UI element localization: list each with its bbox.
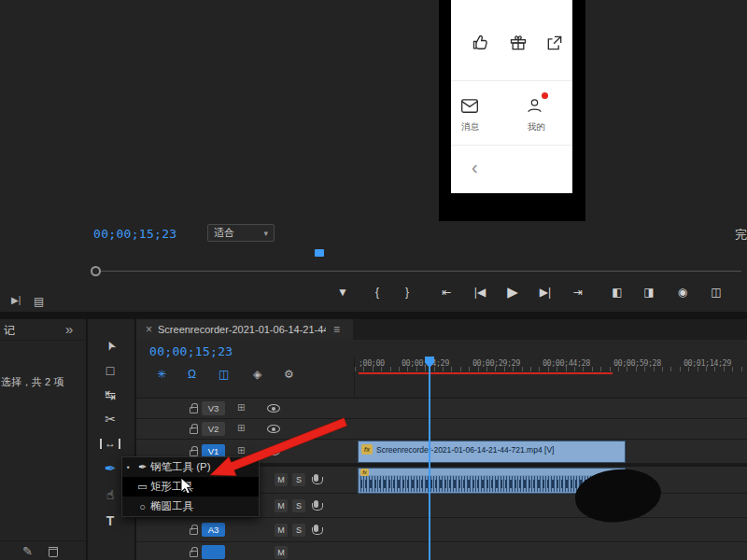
selection-tool[interactable]: ➤: [93, 334, 127, 357]
ellipse-icon: ○: [134, 501, 150, 512]
voiceover-record-icon[interactable]: [314, 474, 318, 482]
mute-button[interactable]: M: [275, 499, 288, 512]
monitor-zoom-handle[interactable]: [91, 266, 101, 276]
solo-button[interactable]: S: [292, 473, 305, 486]
track-name-a3[interactable]: A3: [202, 523, 225, 537]
timeline-video-clip[interactable]: fx Screenrecorder-2021-01-06-14-21-44-72…: [358, 441, 626, 463]
selected-mark: ▪: [122, 463, 134, 471]
lock-icon[interactable]: [190, 450, 198, 456]
notification-badge: [542, 92, 548, 99]
clipped-right-label: 完: [735, 227, 747, 244]
track-name-master[interactable]: [202, 545, 225, 559]
voiceover-record-icon[interactable]: [314, 500, 318, 508]
menu-item-label: 钢笔工具 (P): [150, 460, 211, 474]
panel-menu-icon[interactable]: ≡: [333, 323, 340, 336]
fx-badge: fx: [361, 444, 373, 455]
divider: [0, 340, 86, 341]
sync-lock-icon[interactable]: ⊞: [237, 445, 245, 455]
track-row-master: M: [136, 542, 747, 560]
sequence-tab[interactable]: × Screenrecorder-2021-01-06-14-21-44-721…: [136, 319, 353, 340]
program-preview-video: 消息 我的 ‹: [439, 0, 585, 221]
message-label: 消息: [461, 121, 479, 133]
nest-indicator-icon[interactable]: ◫: [218, 368, 229, 381]
monitor-playhead-marker[interactable]: [315, 249, 324, 257]
snap-icon[interactable]: ✳: [157, 368, 166, 381]
timeline-settings-icon[interactable]: ⚙: [284, 368, 294, 381]
profile-label: 我的: [528, 121, 545, 133]
track-row-v2: V2 ⊞: [136, 419, 747, 440]
extract-button[interactable]: ◨: [639, 283, 659, 301]
lock-icon[interactable]: [190, 528, 198, 535]
zoom-level-value: 适合: [214, 226, 234, 240]
selection-arrow-icon: ➤: [102, 338, 119, 353]
mute-button[interactable]: M: [275, 473, 288, 486]
marker-icon[interactable]: ◈: [253, 368, 261, 381]
menu-item-pen-tool[interactable]: ▪ ✒ 钢笔工具 (P): [122, 457, 259, 477]
toggle-track-output-icon[interactable]: [267, 447, 280, 455]
ripple-edit-tool[interactable]: ↹: [93, 384, 127, 406]
rectangle-icon: ▭: [134, 481, 150, 493]
menu-item-rectangle-tool[interactable]: ▭ 矩形工具: [122, 477, 259, 497]
add-marker-button[interactable]: ▼: [332, 283, 353, 301]
slip-tool[interactable]: ↔: [93, 432, 127, 455]
voiceover-record-icon[interactable]: [314, 525, 318, 532]
timeline-playhead[interactable]: [429, 357, 430, 560]
go-to-out-button[interactable]: ⇥: [568, 283, 588, 301]
track-name-v2[interactable]: V2: [202, 422, 225, 436]
timeline-timecode: 00;00;15;23: [149, 344, 233, 358]
timeline-ruler[interactable]: [355, 367, 747, 371]
menu-item-ellipse-tool[interactable]: ○ 椭圆工具: [122, 497, 259, 516]
close-tab-icon[interactable]: ×: [146, 323, 152, 336]
lock-icon[interactable]: [190, 427, 198, 434]
monitor-zoom-bar[interactable]: [93, 271, 741, 272]
solo-button[interactable]: S: [292, 499, 305, 512]
trash-icon[interactable]: [49, 547, 58, 557]
comparison-view-button[interactable]: ◫: [706, 283, 726, 301]
sync-lock-icon[interactable]: ⊞: [237, 423, 245, 433]
lift-button[interactable]: ◧: [607, 283, 627, 301]
mark-out-button[interactable]: }: [397, 283, 417, 301]
sync-lock-icon[interactable]: ⊞: [237, 402, 245, 413]
audio-clip-header: fx: [359, 469, 625, 475]
step-back-button[interactable]: |◀: [470, 283, 490, 301]
menu-item-label: 矩形工具: [150, 480, 193, 494]
razor-tool[interactable]: ✂: [93, 408, 127, 430]
panel-divider: [0, 312, 747, 319]
timeline-tab-bar: × Screenrecorder-2021-01-06-14-21-44-721…: [136, 319, 747, 340]
divider: [451, 145, 572, 146]
slip-icon: ↔: [100, 439, 120, 449]
linked-selection-icon[interactable]: Ω: [188, 368, 196, 381]
panel-expand-chevrons[interactable]: »: [65, 321, 73, 337]
thumbs-up-icon: [472, 34, 490, 52]
play-around-icon[interactable]: ▶|: [11, 295, 21, 305]
track-name-v3[interactable]: V3: [202, 401, 225, 415]
premiere-pro-window: ▶| ▤: [0, 0, 747, 560]
toggle-track-output-icon[interactable]: [267, 425, 280, 433]
lock-icon[interactable]: [190, 551, 198, 557]
panel-divider: [86, 319, 88, 560]
mute-button[interactable]: M: [275, 546, 288, 559]
divider: [0, 540, 86, 541]
pen-icon: ✒: [105, 460, 117, 477]
mute-button[interactable]: M: [275, 524, 288, 537]
zoom-level-dropdown[interactable]: 适合 ▾: [207, 224, 275, 242]
step-forward-button[interactable]: ▶|: [535, 283, 556, 301]
toggle-track-output-icon[interactable]: [267, 404, 280, 413]
chevron-left-icon: ‹: [472, 159, 478, 175]
export-media-icon[interactable]: ▤: [34, 295, 44, 308]
track-select-tool[interactable]: □: [93, 359, 127, 382]
mark-in-button[interactable]: {: [367, 283, 388, 301]
message-icon: [460, 99, 479, 114]
clip-label: Screenrecorder-2021-01-06-14-21-44-721.m…: [376, 445, 554, 455]
solo-button[interactable]: S: [292, 524, 305, 537]
gift-icon: [509, 34, 528, 52]
phone-screen-capture: 消息 我的 ‹: [451, 0, 572, 193]
chevron-down-icon: ▾: [263, 229, 268, 238]
lock-icon[interactable]: [190, 407, 198, 413]
razor-icon: ✂: [105, 412, 116, 427]
edit-icon[interactable]: ✎: [22, 544, 33, 558]
track-row-v3: V3 ⊞: [136, 399, 747, 419]
export-frame-button[interactable]: ◉: [672, 283, 693, 301]
play-button[interactable]: ▶: [502, 283, 523, 301]
go-to-in-button[interactable]: ⇤: [436, 283, 457, 301]
